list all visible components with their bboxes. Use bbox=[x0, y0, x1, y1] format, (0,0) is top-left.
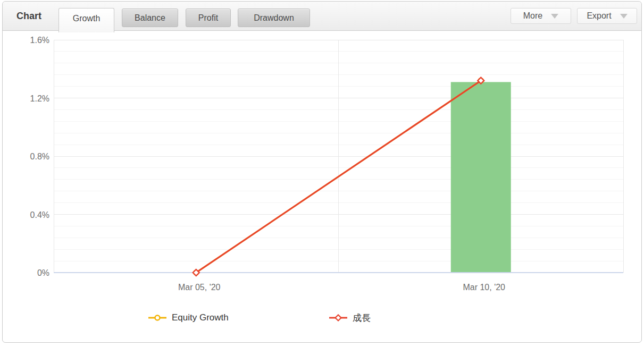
legend-item-equity-growth[interactable]: Equity Growth bbox=[148, 311, 229, 325]
tab-profit[interactable]: Profit bbox=[186, 9, 231, 27]
more-button[interactable]: More bbox=[511, 8, 571, 24]
export-button[interactable]: Export bbox=[577, 8, 637, 24]
legend-label-growth: 成長 bbox=[353, 312, 371, 324]
chart-header: Chart Growth Balance Profit Drawdown Mor… bbox=[3, 2, 641, 31]
more-button-label: More bbox=[523, 11, 542, 21]
tab-drawdown[interactable]: Drawdown bbox=[238, 9, 310, 27]
tab-balance[interactable]: Balance bbox=[122, 9, 178, 27]
chart-legend: Equity Growth 成長 bbox=[0, 311, 644, 325]
legend-item-growth[interactable]: 成長 bbox=[329, 311, 371, 325]
panel-title: Chart bbox=[16, 2, 41, 30]
export-button-label: Export bbox=[587, 11, 611, 21]
legend-label-equity-growth: Equity Growth bbox=[172, 312, 229, 323]
tab-growth[interactable]: Growth bbox=[58, 8, 114, 32]
chevron-down-icon bbox=[620, 14, 628, 19]
chevron-down-icon bbox=[551, 14, 558, 19]
equity-growth-legend-marker-icon bbox=[148, 314, 167, 322]
chart-panel: Chart Growth Balance Profit Drawdown Mor… bbox=[2, 1, 642, 343]
growth-legend-marker-icon bbox=[329, 314, 348, 322]
